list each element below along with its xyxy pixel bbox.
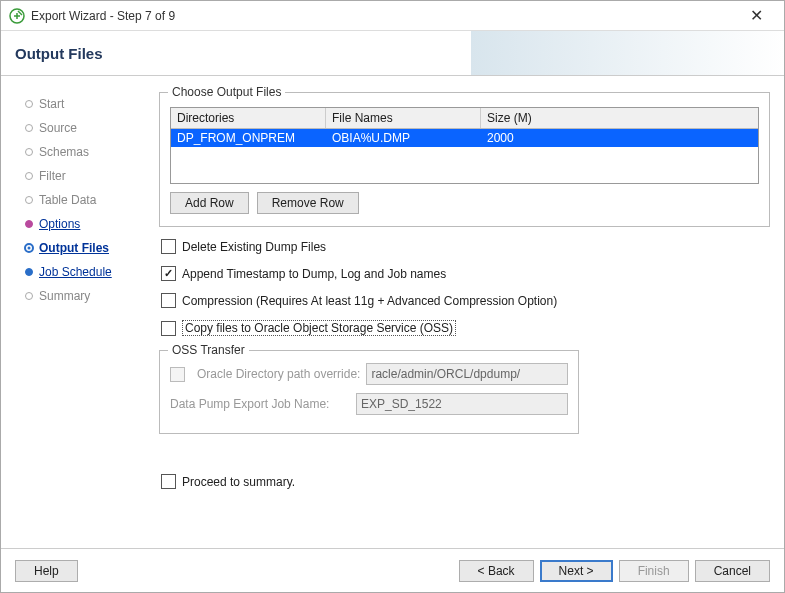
oss-transfer-group: OSS Transfer Oracle Directory path overr… (159, 350, 579, 434)
svg-point-5 (26, 197, 33, 204)
back-button[interactable]: < Back (459, 560, 534, 582)
nav-dot-icon (19, 267, 39, 277)
copy-oss-checkbox[interactable] (161, 321, 176, 336)
finish-button: Finish (619, 560, 689, 582)
oss-job-input (356, 393, 568, 415)
nav-source: Source (15, 116, 145, 140)
col-file-names: File Names (326, 108, 481, 128)
nav-table-data: Table Data (15, 188, 145, 212)
nav-dot-icon (19, 147, 39, 157)
choose-output-files-group: Choose Output Files Directories File Nam… (159, 92, 770, 227)
app-icon (9, 8, 25, 24)
cell-directory[interactable]: DP_FROM_ONPREM (171, 129, 326, 147)
next-button[interactable]: Next > (540, 560, 613, 582)
remove-row-button[interactable]: Remove Row (257, 192, 359, 214)
output-files-table[interactable]: Directories File Names Size (M) DP_FROM_… (170, 107, 759, 184)
nav-dot-icon (19, 219, 39, 229)
nav-schemas: Schemas (15, 140, 145, 164)
nav-start: Start (15, 92, 145, 116)
delete-existing-checkbox-row[interactable]: Delete Existing Dump Files (161, 239, 770, 254)
page-title: Output Files (15, 45, 103, 62)
nav-dot-icon (19, 291, 39, 301)
nav-dot-icon (19, 171, 39, 181)
nav-dot-icon (19, 123, 39, 133)
table-empty-area (171, 147, 758, 183)
copy-oss-checkbox-row[interactable]: Copy files to Oracle Object Storage Serv… (161, 320, 770, 336)
append-timestamp-checkbox-row[interactable]: Append Timestamp to Dump, Log and Job na… (161, 266, 770, 281)
nav-job-schedule[interactable]: Job Schedule (15, 260, 145, 284)
svg-point-10 (26, 293, 33, 300)
nav-dot-icon (19, 99, 39, 109)
oss-override-input (366, 363, 568, 385)
compression-checkbox-row[interactable]: Compression (Requires At least 11g + Adv… (161, 293, 770, 308)
table-row[interactable]: DP_FROM_ONPREM OBIA%U.DMP 2000 (171, 129, 758, 147)
nav-dot-icon (19, 195, 39, 205)
add-row-button[interactable]: Add Row (170, 192, 249, 214)
svg-point-3 (26, 149, 33, 156)
window-title: Export Wizard - Step 7 of 9 (31, 9, 736, 23)
table-header: Directories File Names Size (M) (171, 108, 758, 129)
cell-size[interactable]: 2000 (481, 129, 561, 147)
oss-override-label: Oracle Directory path override: (197, 367, 360, 381)
title-bar: Export Wizard - Step 7 of 9 ✕ (1, 1, 784, 31)
nav-summary: Summary (15, 284, 145, 308)
wizard-footer: Help < Back Next > Finish Cancel (1, 548, 784, 592)
svg-point-9 (26, 269, 33, 276)
delete-existing-label: Delete Existing Dump Files (182, 240, 326, 254)
oss-legend: OSS Transfer (168, 343, 249, 357)
oss-override-checkbox (170, 367, 185, 382)
nav-dot-icon (19, 243, 39, 253)
delete-existing-checkbox[interactable] (161, 239, 176, 254)
svg-point-6 (26, 221, 33, 228)
col-size: Size (M) (481, 108, 758, 128)
svg-point-4 (26, 173, 33, 180)
col-directories: Directories (171, 108, 326, 128)
choose-legend: Choose Output Files (168, 85, 285, 99)
proceed-summary-checkbox[interactable] (161, 474, 176, 489)
svg-point-2 (26, 125, 33, 132)
copy-oss-label: Copy files to Oracle Object Storage Serv… (182, 320, 456, 336)
svg-point-8 (28, 247, 31, 250)
nav-output-files[interactable]: Output Files (15, 236, 145, 260)
svg-point-1 (26, 101, 33, 108)
wizard-nav: Start Source Schemas Filter Table Data O… (15, 88, 145, 540)
cell-filename[interactable]: OBIA%U.DMP (326, 129, 481, 147)
proceed-summary-checkbox-row[interactable]: Proceed to summary. (161, 474, 770, 489)
wizard-header: Output Files (1, 31, 784, 76)
compression-checkbox[interactable] (161, 293, 176, 308)
proceed-summary-label: Proceed to summary. (182, 475, 295, 489)
append-timestamp-checkbox[interactable] (161, 266, 176, 281)
append-timestamp-label: Append Timestamp to Dump, Log and Job na… (182, 267, 446, 281)
oss-job-label: Data Pump Export Job Name: (170, 397, 350, 411)
close-button[interactable]: ✕ (736, 6, 776, 25)
cancel-button[interactable]: Cancel (695, 560, 770, 582)
help-button[interactable]: Help (15, 560, 78, 582)
nav-options[interactable]: Options (15, 212, 145, 236)
nav-filter: Filter (15, 164, 145, 188)
compression-label: Compression (Requires At least 11g + Adv… (182, 294, 557, 308)
